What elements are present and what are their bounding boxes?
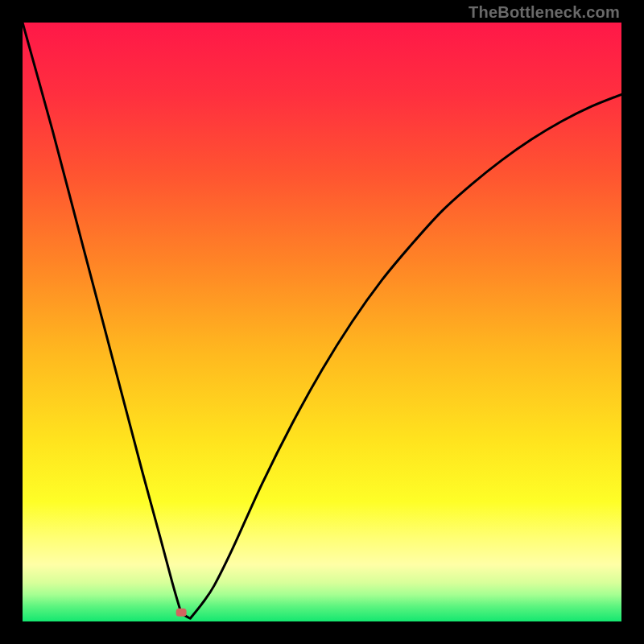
chart-plot-area	[23, 23, 621, 621]
chart-svg	[23, 23, 621, 621]
gradient-background	[23, 23, 621, 621]
watermark-text: TheBottleneck.com	[469, 3, 620, 22]
minimum-marker	[176, 609, 187, 617]
